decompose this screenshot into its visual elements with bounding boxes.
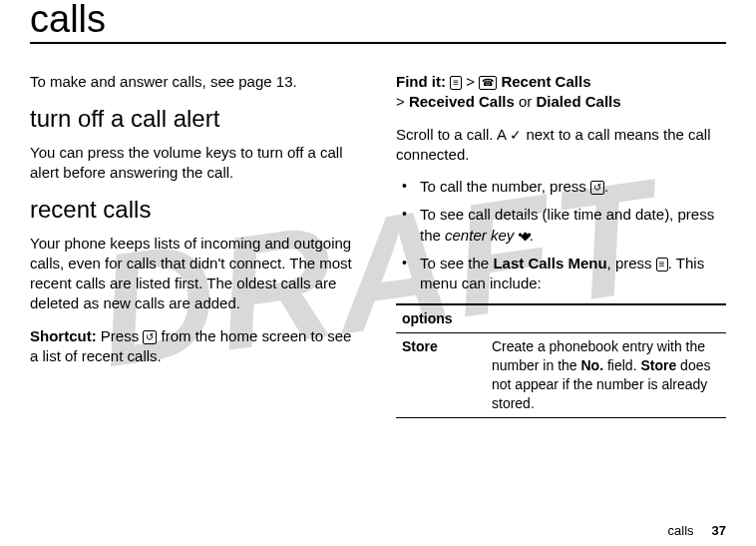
chapter-title: calls <box>30 0 726 44</box>
columns: To make and answer calls, see page 13. t… <box>30 72 726 418</box>
bullet-call-details: To see call details (like time and date)… <box>420 205 726 246</box>
recent-calls-body: Your phone keeps lists of incoming and o… <box>30 234 360 314</box>
menu-key-icon: ≡ <box>656 258 668 272</box>
find-it-gt: > <box>462 73 479 90</box>
turn-off-alert-body: You can press the volume keys to turn of… <box>30 143 360 184</box>
r1-mid: field. <box>603 357 640 373</box>
find-it-dialed: Dialed Calls <box>537 93 621 110</box>
find-it-label: Find it: <box>396 73 446 90</box>
options-table: options Store Create a phonebook entry w… <box>396 303 726 417</box>
find-it-or: or <box>515 93 537 110</box>
find-it-recent: Recent Calls <box>497 73 590 90</box>
shortcut-line: Shortcut: Press ↺ from the home screen t… <box>30 326 360 367</box>
send-key-icon: ↺ <box>590 181 604 195</box>
b1-pre: To call the number, press <box>420 178 590 195</box>
shortcut-pre: Press <box>97 327 144 344</box>
b3-pre: To see the <box>420 255 493 272</box>
page-number: 37 <box>712 523 726 538</box>
find-it-line2-pre: > <box>396 93 409 110</box>
option-store-label: Store <box>396 333 486 418</box>
b3-menu: Last Calls Menu <box>493 255 606 272</box>
recent-calls-icon: ☎ <box>479 76 497 90</box>
shortcut-label: Shortcut: <box>30 327 97 344</box>
section-turn-off-alert: turn off a call alert <box>30 106 360 132</box>
table-header-row: options <box>396 304 726 332</box>
b3-mid: , press <box>607 255 656 272</box>
find-it-received: Received Calls <box>409 93 515 110</box>
bullet-last-calls-menu: To see the Last Calls Menu, press ≡. Thi… <box>420 254 726 294</box>
menu-key-icon: ≡ <box>450 76 462 90</box>
option-store-desc: Create a phonebook entry with the number… <box>486 333 726 418</box>
page-content: calls To make and answer calls, see page… <box>0 0 756 430</box>
b1-post: . <box>604 178 608 195</box>
scroll-pre: Scroll to a call. A <box>396 126 510 143</box>
r1-no: No. <box>581 357 604 373</box>
center-key-icon: •◆• <box>518 228 529 244</box>
bullet-call-number: To call the number, press ↺. <box>420 177 726 197</box>
checkmark-icon: ✓ <box>510 126 522 145</box>
column-left: To make and answer calls, see page 13. t… <box>30 72 360 418</box>
intro-text: To make and answer calls, see page 13. <box>30 72 360 92</box>
scroll-line: Scroll to a call. A ✓ next to a call mea… <box>396 125 726 166</box>
table-row: Store Create a phonebook entry with the … <box>396 333 726 418</box>
footer-label: calls <box>668 523 694 538</box>
find-it-line: Find it: ≡ > ☎ Recent Calls > Received C… <box>396 72 726 113</box>
column-right: Find it: ≡ > ☎ Recent Calls > Received C… <box>396 72 726 418</box>
bullet-list: To call the number, press ↺. To see call… <box>396 177 726 293</box>
b2-center-key: center key <box>445 227 514 244</box>
send-key-icon: ↺ <box>143 330 157 344</box>
section-recent-calls: recent calls <box>30 197 360 223</box>
b2-post: . <box>530 227 534 244</box>
page-footer: calls37 <box>668 523 726 538</box>
options-header: options <box>396 304 726 332</box>
r1-store: Store <box>640 357 676 373</box>
